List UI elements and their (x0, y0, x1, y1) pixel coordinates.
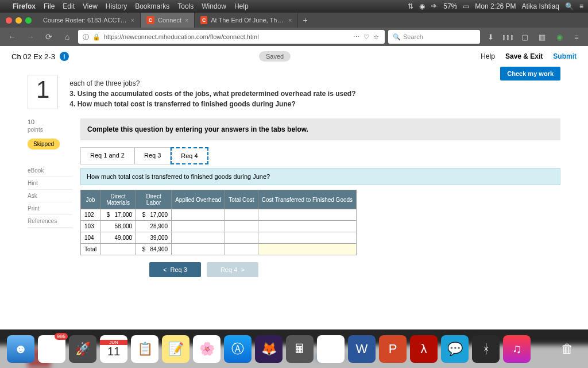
page-actions[interactable]: ⋯ ♡ ☆ (353, 33, 380, 41)
total-cost-input[interactable] (225, 209, 258, 221)
help-link[interactable]: Help (481, 52, 495, 60)
menu-help[interactable]: Help (234, 2, 249, 10)
extension-button[interactable]: ◉ (552, 30, 566, 44)
close-icon[interactable]: × (288, 17, 292, 24)
reload-button[interactable]: ⟳ (41, 29, 56, 44)
trash-icon[interactable]: 🗑 (554, 335, 581, 363)
close-icon[interactable]: × (185, 17, 188, 24)
search-icon: 🔍 (393, 33, 401, 41)
battery-icon[interactable]: ▭ (463, 2, 469, 10)
finder-icon[interactable]: ☻ (7, 335, 34, 363)
address-bar[interactable]: ⓘ 🔒 https://newconnect.mheducation.com/f… (78, 30, 385, 44)
dock: ☻ ✉986 🚀 JUN11 📋 📝 🌸 Ⓐ 🦊 🖩 ◯ W P λ 💬 ᚼ ♫… (0, 329, 588, 368)
print-link[interactable]: Print (28, 202, 72, 215)
tab-req-3[interactable]: Req 3 (134, 147, 171, 164)
notes-icon[interactable]: 📝 (162, 335, 189, 363)
skipped-badge: Skipped (28, 139, 60, 150)
assignment-title: Ch 02 Ex 2-3 (11, 52, 55, 61)
battery-percent: 57% (443, 2, 457, 10)
browser-tab-2[interactable]: C At The End Of June, The Job C× (195, 13, 298, 28)
url-text: https://newconnect.mheducation.com/flow/… (104, 33, 259, 40)
save-exit-link[interactable]: Save & Exit (505, 52, 543, 60)
itunes-icon[interactable]: ♫ (503, 335, 531, 363)
user-name[interactable]: Atika Ishtiaq (522, 2, 559, 10)
cost-table: Job Direct Materials Direct Labor Applie… (80, 190, 357, 255)
submit-button[interactable]: Submit (553, 52, 577, 60)
messages-icon[interactable]: 💬 (441, 335, 469, 363)
home-button[interactable]: ⌂ (60, 29, 75, 44)
spotlight-icon[interactable]: 🔍 (565, 2, 574, 10)
total-cost-input[interactable] (225, 232, 258, 244)
menu-file[interactable]: File (44, 2, 55, 10)
info-icon[interactable]: i (60, 52, 69, 61)
back-button[interactable]: ← (5, 29, 20, 44)
menu-bookmarks[interactable]: Bookmarks (135, 2, 169, 10)
transferred-total-input[interactable] (258, 244, 356, 255)
search-field[interactable]: 🔍 Search (388, 30, 480, 44)
window-minimize[interactable] (16, 17, 22, 24)
applied-overhead-input[interactable] (172, 221, 225, 232)
next-req-button[interactable]: Req 4 > (207, 262, 258, 277)
transferred-input[interactable] (258, 209, 356, 221)
ebook-link[interactable]: eBook (28, 164, 72, 177)
bluetooth-icon[interactable]: ᚼ (472, 335, 500, 363)
chrome-icon[interactable]: ◯ (317, 335, 345, 363)
calculator-icon[interactable]: 🖩 (286, 335, 314, 363)
word-icon[interactable]: W (348, 335, 376, 363)
photos-icon[interactable]: 🌸 (193, 335, 220, 363)
menu-history[interactable]: History (106, 2, 127, 10)
hint-link[interactable]: Hint (28, 177, 72, 190)
library-button[interactable]: ⫿⫿⫿ (501, 30, 514, 44)
window-zoom[interactable] (25, 17, 32, 24)
ask-link[interactable]: Ask (28, 190, 72, 202)
tab-req-4[interactable]: Req 4 (171, 147, 208, 164)
check-my-work-button[interactable]: Check my work (500, 67, 560, 80)
airplay-icon[interactable]: ◉ (419, 2, 425, 10)
forward-button: → (23, 29, 38, 44)
lock-icon: 🔒 (92, 33, 100, 41)
browser-tab-1[interactable]: C Connect× (141, 13, 195, 28)
browser-tab-0[interactable]: Course Roster: 6183-ACCT-23× (37, 13, 141, 28)
reminders-icon[interactable]: 📋 (131, 335, 158, 363)
tab-req-1-2[interactable]: Req 1 and 2 (80, 147, 134, 164)
downloads-button[interactable]: ⬇ (483, 30, 497, 44)
powerpoint-icon[interactable]: P (379, 335, 407, 363)
wifi-icon[interactable]: ⬲ (431, 2, 438, 10)
close-icon[interactable]: × (131, 17, 134, 24)
site-icon: C (146, 16, 154, 24)
subquestion: How much total cost is transferred to fi… (80, 168, 560, 185)
table-row: 103 58,000 28,900 (81, 221, 357, 232)
dropbox-icon[interactable]: ⇅ (408, 2, 413, 10)
prev-req-button[interactable]: < Req 3 (149, 262, 201, 277)
new-tab-button[interactable]: + (298, 16, 312, 25)
sidebar-button[interactable]: ▥ (535, 30, 549, 44)
question-text: each of the three jobs? 3. Using the acc… (69, 75, 355, 109)
acrobat-icon[interactable]: λ (410, 335, 438, 363)
table-row: 104 49,000 39,000 (81, 232, 357, 244)
launchpad-icon[interactable]: 🚀 (69, 335, 96, 363)
transferred-input[interactable] (258, 221, 356, 232)
total-cost-input[interactable] (225, 244, 258, 255)
firefox-icon[interactable]: 🦊 (255, 335, 283, 363)
calendar-icon[interactable]: JUN11 (100, 335, 127, 363)
applied-overhead-input[interactable] (172, 209, 225, 221)
total-cost-input[interactable] (225, 221, 258, 232)
menu-edit[interactable]: Edit (63, 2, 75, 10)
screenshot-button[interactable]: ▢ (518, 30, 532, 44)
menu-extra-icon[interactable]: ≡ (579, 2, 583, 10)
references-link[interactable]: References (28, 215, 72, 228)
appstore-icon[interactable]: Ⓐ (224, 335, 252, 363)
app-name[interactable]: Firefox (13, 2, 36, 10)
menu-window[interactable]: Window (202, 2, 226, 10)
menu-view[interactable]: View (83, 2, 98, 10)
menu-tools[interactable]: Tools (177, 2, 194, 10)
transferred-input[interactable] (258, 232, 356, 244)
applied-overhead-input[interactable] (172, 232, 225, 244)
window-close[interactable] (6, 17, 12, 24)
applied-overhead-input[interactable] (172, 244, 225, 255)
info-icon[interactable]: ⓘ (83, 33, 89, 41)
mail-icon[interactable]: ✉986 (38, 335, 65, 363)
hamburger-menu[interactable]: ≡ (570, 30, 583, 44)
clock[interactable]: Mon 2:26 PM (475, 2, 516, 10)
table-row: 102 $ 17,000 $ 17,000 (81, 209, 357, 221)
